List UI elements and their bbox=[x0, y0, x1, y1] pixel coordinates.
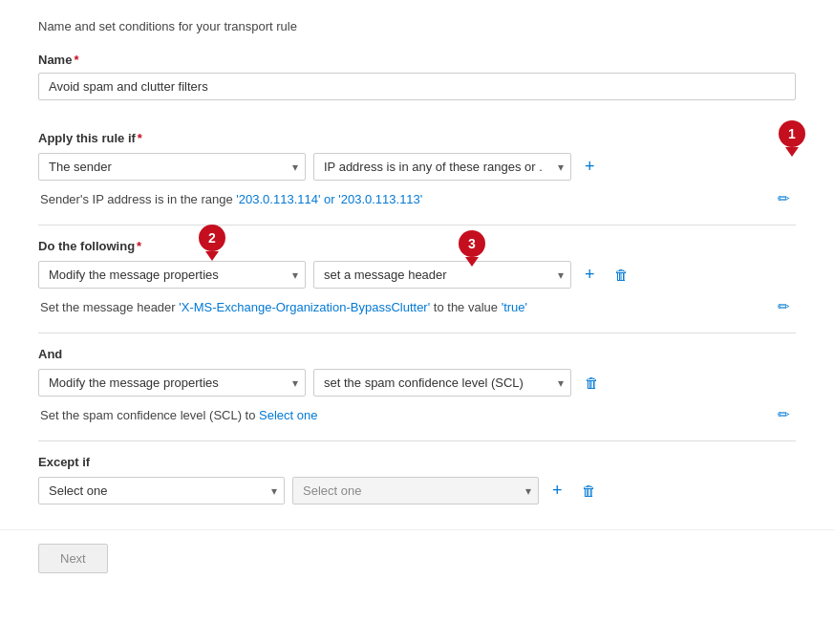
sender-ip-row: Sender's IP address is in the range '203… bbox=[38, 186, 796, 211]
except-right-wrapper: Select one bbox=[292, 477, 539, 504]
pencil-icon-2: ✏ bbox=[778, 298, 790, 315]
apply-rule-label: Apply this rule if* bbox=[38, 131, 796, 145]
apply-condition-right-select[interactable]: IP address is in any of these ranges or … bbox=[313, 153, 571, 181]
do-following-right-wrapper: set a message header bbox=[313, 261, 571, 289]
trash-icon-2: 🗑 bbox=[585, 375, 599, 391]
do-following-left-select[interactable]: Modify the message properties bbox=[38, 261, 306, 289]
badge-3: 3 bbox=[459, 230, 485, 267]
badge-2: 2 bbox=[199, 225, 225, 261]
except-left-wrapper: Select one bbox=[38, 477, 285, 504]
footer: Next bbox=[0, 529, 834, 587]
except-add-button[interactable]: + bbox=[546, 477, 568, 504]
plus-icon-3: + bbox=[552, 481, 563, 501]
except-if-label: Except if bbox=[38, 455, 796, 469]
and-right-select[interactable]: set the spam confidence level (SCL) bbox=[313, 369, 571, 397]
pencil-icon: ✏ bbox=[778, 190, 790, 207]
divider-2 bbox=[38, 333, 796, 333]
and-edit-button[interactable]: ✏ bbox=[772, 402, 796, 427]
divider-3 bbox=[38, 440, 796, 441]
plus-icon: + bbox=[585, 157, 595, 177]
set-header-middle: to the value bbox=[434, 300, 498, 314]
except-left-select[interactable]: Select one bbox=[38, 477, 285, 504]
name-label: Name* bbox=[38, 53, 796, 67]
sender-ip-text: Sender's IP address is in the range bbox=[40, 192, 233, 206]
set-spam-link[interactable]: Select one bbox=[259, 408, 317, 422]
and-right-wrapper: set the spam confidence level (SCL) bbox=[313, 369, 571, 397]
and-left-select[interactable]: Modify the message properties bbox=[38, 369, 306, 397]
and-delete-button[interactable]: 🗑 bbox=[579, 371, 605, 395]
apply-edit-button[interactable]: ✏ bbox=[772, 186, 796, 211]
except-delete-button[interactable]: 🗑 bbox=[576, 479, 602, 503]
trash-icon-3: 🗑 bbox=[582, 483, 596, 499]
name-input[interactable] bbox=[38, 73, 796, 100]
do-following-label: Do the following* bbox=[38, 239, 796, 253]
do-following-left-wrapper: Modify the message properties bbox=[38, 261, 306, 289]
sender-ip-link[interactable]: '203.0.113.114' or '203.0.113.113' bbox=[236, 192, 422, 206]
do-following-edit-button[interactable]: ✏ bbox=[772, 294, 796, 319]
set-header-row: Set the message header 'X-MS-Exchange-Or… bbox=[38, 294, 796, 319]
badge-1: 1 bbox=[779, 120, 805, 157]
page-subtitle: Name and set conditions for your transpo… bbox=[38, 19, 796, 33]
apply-condition-left-wrapper: The sender bbox=[38, 153, 306, 181]
apply-condition-right-wrapper: IP address is in any of these ranges or … bbox=[313, 153, 571, 181]
apply-condition-left-select[interactable]: The sender bbox=[38, 153, 306, 181]
except-right-select[interactable]: Select one bbox=[292, 477, 539, 504]
divider-1 bbox=[38, 225, 796, 225]
set-spam-row: Set the spam confidence level (SCL) to S… bbox=[38, 402, 796, 427]
do-following-add-button[interactable]: + bbox=[579, 261, 601, 289]
do-following-right-select[interactable]: set a message header bbox=[313, 261, 571, 289]
trash-icon-1: 🗑 bbox=[614, 267, 629, 283]
set-header-value[interactable]: 'true' bbox=[502, 300, 527, 314]
apply-add-button[interactable]: + bbox=[579, 153, 601, 181]
do-following-delete-button[interactable]: 🗑 bbox=[609, 263, 634, 287]
next-button[interactable]: Next bbox=[38, 544, 108, 573]
and-label: And bbox=[38, 347, 796, 361]
pencil-icon-3: ✏ bbox=[778, 406, 790, 423]
set-header-text: Set the message header bbox=[40, 300, 176, 314]
set-header-link[interactable]: 'X-MS-Exchange-Organization-BypassClutte… bbox=[179, 300, 430, 314]
plus-icon-2: + bbox=[585, 265, 595, 285]
and-left-wrapper: Modify the message properties bbox=[38, 369, 306, 397]
set-spam-text: Set the spam confidence level (SCL) to bbox=[40, 408, 255, 422]
